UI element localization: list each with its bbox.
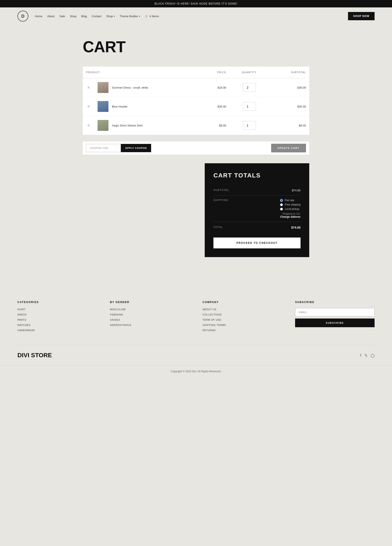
cart-table-body: ✕ Summer Dress - small, white $18.00 $36…	[83, 78, 309, 135]
footer-by-gender: BY GENDER MASCULINEFEMININEUNISEXANDROGY…	[110, 301, 189, 334]
apply-coupon-button[interactable]: APPLY COUPON	[121, 144, 151, 152]
product-subtotal: $8.00	[269, 116, 309, 135]
nav-about[interactable]: About	[47, 15, 55, 18]
change-address-link[interactable]: Change address	[280, 215, 301, 218]
instagram-icon[interactable]: ◯	[371, 353, 375, 358]
footer-company-link[interactable]: SHIPPING TERMS	[203, 324, 282, 326]
remove-item-button[interactable]: ✕	[86, 85, 91, 90]
footer-copyright: Copyright © 2023 Divi. All Rights Reserv…	[0, 365, 392, 377]
chevron-down-icon: ▾	[139, 15, 140, 17]
main-content: CART PRODUCT PRICE QUANTITY SUBTOTAL ✕ S…	[65, 25, 327, 288]
footer: CATEGORIES SHIRTDRESSPANTSWATCHESUNDERWE…	[0, 288, 392, 365]
categories-links: SHIRTDRESSPANTSWATCHESUNDERWEAR	[17, 308, 97, 332]
cart-totals-wrapper: CART TOTALS SUBTOTAL $74.00 SHIPPING Fla…	[83, 163, 309, 257]
footer-category-link[interactable]: WATCHES	[17, 324, 97, 326]
nav-theme-builder-dropdown[interactable]: Theme Builder ▾	[120, 15, 140, 18]
flat-rate-label: Flat rate	[285, 199, 294, 202]
footer-categories: CATEGORIES SHIRTDRESSPANTSWATCHESUNDERWE…	[17, 301, 97, 334]
product-subtotal: $36.00	[269, 78, 309, 97]
coupon-input[interactable]	[86, 144, 121, 152]
nav-shop-dropdown[interactable]: Shop ▾	[106, 15, 115, 18]
categories-title: CATEGORIES	[17, 301, 97, 304]
nav-blog[interactable]: Blog	[81, 15, 87, 18]
footer-subscribe: SUBSCRIBE SUBSCRIBE	[295, 301, 375, 334]
cart-totals-title: CART TOTALS	[213, 172, 301, 179]
facebook-icon[interactable]: f	[360, 353, 361, 358]
product-price: $18.00	[201, 78, 229, 97]
main-nav: Home About Sale Shop Blog Contact Shop ▾…	[35, 15, 159, 18]
footer-company: COMPANY ABOUT USCOLLECTIONSTERM OF USESH…	[203, 301, 282, 334]
quantity-col-header: QUANTITY	[229, 67, 269, 78]
product-name: Blue Hoodie	[112, 105, 127, 108]
quantity-input[interactable]	[243, 83, 256, 92]
shipping-flat-rate[interactable]: Flat rate	[280, 199, 301, 202]
footer-company-link[interactable]: COLLECTIONS	[203, 313, 282, 316]
cart-nav[interactable]: 🛒 4 Items	[145, 15, 159, 18]
logo[interactable]: D	[17, 11, 28, 22]
shipping-free[interactable]: Free shipping	[280, 203, 301, 206]
cart-table: PRODUCT PRICE QUANTITY SUBTOTAL ✕ Summer…	[83, 67, 309, 135]
by-gender-title: BY GENDER	[110, 301, 189, 304]
cart-totals-panel: CART TOTALS SUBTOTAL $74.00 SHIPPING Fla…	[205, 163, 309, 257]
footer-gender-link[interactable]: FEMININE	[110, 313, 189, 316]
price-col-header: PRICE	[201, 67, 229, 78]
shipping-local-radio[interactable]	[280, 208, 283, 210]
coupon-area: APPLY COUPON	[86, 144, 151, 152]
footer-logo: DIVI STORE	[17, 352, 52, 359]
company-title: COMPANY	[203, 301, 282, 304]
total-value: $74.00	[291, 226, 301, 229]
social-icons: f 𝕏 ◯	[360, 353, 375, 358]
footer-category-link[interactable]: PANTS	[17, 318, 97, 321]
header-left: D Home About Sale Shop Blog Contact Shop…	[17, 11, 159, 22]
chevron-down-icon: ▾	[114, 15, 115, 17]
footer-company-link[interactable]: ABOUT US	[203, 308, 282, 311]
product-subtotal: $30.00	[269, 97, 309, 116]
cart-actions: APPLY COUPON UPDATE CART	[83, 142, 309, 155]
proceed-to-checkout-button[interactable]: PROCEED TO CHECKOUT	[213, 238, 301, 248]
subscribe-button[interactable]: SUBSCRIBE	[295, 318, 375, 327]
shop-now-button[interactable]: SHOP NOW	[348, 12, 375, 20]
cart-table-header: PRODUCT PRICE QUANTITY SUBTOTAL	[83, 67, 309, 78]
total-row: TOTAL $74.00	[213, 222, 301, 233]
shipping-flat-rate-radio[interactable]	[280, 199, 283, 202]
shipping-local-pickup[interactable]: Local pickup	[280, 208, 301, 210]
quantity-input[interactable]	[243, 102, 256, 111]
footer-columns: CATEGORIES SHIRTDRESSPANTSWATCHESUNDERWE…	[17, 301, 375, 334]
total-label: TOTAL	[213, 226, 223, 229]
subtotal-row: SUBTOTAL $74.00	[213, 185, 301, 195]
footer-gender-link[interactable]: UNISEX	[110, 318, 189, 321]
top-banner: BLACK FRIDAY IS HERE! SAVE HUGE BEFORE I…	[0, 0, 392, 7]
quantity-input[interactable]	[243, 121, 256, 130]
table-row: ✕ Aegis Short Sleeve Shirt $8.00 $8.00	[83, 116, 309, 135]
product-name: Aegis Short Sleeve Shirt	[112, 124, 143, 127]
footer-category-link[interactable]: DRESS	[17, 313, 97, 316]
table-row: ✕ Blue Hoodie $30.00 $30.00	[83, 97, 309, 116]
footer-company-link[interactable]: TERM OF USE	[203, 318, 282, 321]
footer-company-link[interactable]: RETURNS	[203, 329, 282, 332]
nav-shop[interactable]: Shop	[70, 15, 76, 18]
email-input[interactable]	[295, 308, 375, 316]
nav-contact[interactable]: Contact	[92, 15, 101, 18]
twitter-icon[interactable]: 𝕏	[365, 353, 367, 358]
update-cart-button[interactable]: UPDATE CART	[271, 144, 306, 152]
shipping-options: Flat rate Free shipping Local pickup Shi…	[280, 199, 301, 218]
shipping-row: SHIPPING Flat rate Free shipping	[213, 195, 301, 222]
subtotal-label: SUBTOTAL	[213, 189, 229, 191]
footer-gender-link[interactable]: ANDROGYNOUS	[110, 324, 189, 326]
product-price: $30.00	[201, 97, 229, 116]
cart-count: 4 Items	[150, 15, 159, 18]
nav-sale[interactable]: Sale	[59, 15, 65, 18]
cart-icon: 🛒	[145, 15, 148, 18]
footer-gender-link[interactable]: MASCULINE	[110, 308, 189, 311]
footer-category-link[interactable]: SHIRT	[17, 308, 97, 311]
remove-item-button[interactable]: ✕	[86, 124, 91, 128]
product-name: Summer Dress - small, white	[112, 86, 148, 89]
shipping-free-radio[interactable]	[280, 203, 283, 206]
banner-text: BLACK FRIDAY IS HERE! SAVE HUGE BEFORE I…	[155, 2, 238, 5]
header: D Home About Sale Shop Blog Contact Shop…	[0, 7, 392, 25]
nav-home[interactable]: Home	[35, 15, 42, 18]
footer-category-link[interactable]: UNDERWEAR	[17, 329, 97, 332]
product-thumbnail	[98, 101, 108, 112]
shipping-address-info: Shipping to CA. Change address	[280, 212, 301, 218]
remove-item-button[interactable]: ✕	[86, 104, 91, 109]
